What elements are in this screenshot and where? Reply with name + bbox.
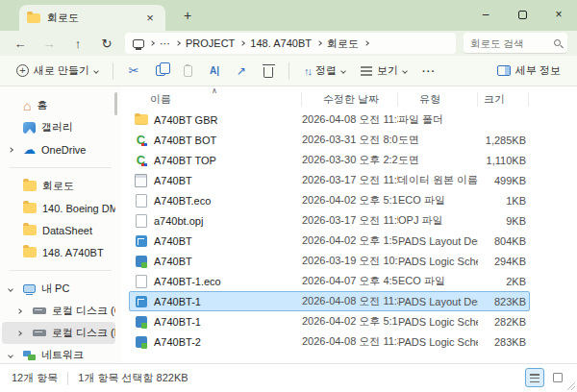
icons-view-icon [553, 373, 563, 382]
file-row[interactable]: A740BT-1.eco 2026-04-07 오후 4:56 ECO 파일 2… [129, 271, 530, 291]
selection-summary: 1개 항목 선택함 822KB [78, 371, 188, 385]
icons-view-toggle[interactable] [548, 368, 567, 387]
sidebar-item-this-pc[interactable]: 내 PC [2, 278, 115, 300]
file-row[interactable]: A740BT-1 2026-04-02 오후 5:10 PADS Logic S… [129, 311, 530, 331]
share-button[interactable]: ↗ [229, 60, 254, 83]
file-size: 804KB [478, 235, 526, 247]
disk-icon [33, 330, 46, 336]
breadcrumb-chevron[interactable] [316, 40, 322, 46]
sidebar-scrollbar[interactable] [114, 92, 117, 115]
file-icon [134, 194, 148, 208]
sidebar-item-pinned-folder[interactable]: 회로도 [2, 175, 115, 197]
file-row[interactable]: A740BT GBR 2026-04-08 오전 11:38 파일 폴더 [129, 110, 530, 130]
file-icon [134, 214, 148, 228]
paste-button[interactable] [175, 60, 200, 83]
file-name: A740BT GBR [154, 114, 217, 126]
more-button[interactable]: ··· [415, 61, 442, 81]
column-header-row: ∧ 이름 수정한 날짜 유형 크기 [129, 88, 577, 110]
breadcrumb-item[interactable]: 회로도 [327, 37, 359, 51]
network-icon [23, 351, 36, 360]
sidebar-item-pinned-folder[interactable]: 148. A740BT [2, 241, 115, 263]
breadcrumb-chevron[interactable] [149, 40, 155, 46]
explorer-tab[interactable]: 회로도 × [19, 5, 165, 31]
sidebar-item-disk-c[interactable]: 로컬 디스크 (C:) [2, 300, 115, 322]
details-view-toggle[interactable] [525, 368, 544, 387]
file-row[interactable]: A740BT-2 2026-04-08 오전 11:38 PADS Logic … [129, 331, 530, 352]
sidebar-item-pinned-folder[interactable]: 140. Boeing DMM I [2, 197, 115, 219]
tab-bar: 회로도 × + – × [0, 0, 577, 31]
breadcrumb-overflow[interactable]: ⋯ [160, 37, 170, 50]
up-button[interactable]: ↑ [67, 37, 88, 51]
refresh-button[interactable]: ↻ [96, 37, 117, 51]
sidebar-item-gallery[interactable]: 갤러리 [2, 116, 115, 138]
breadcrumb-chevron[interactable] [240, 40, 246, 46]
file-size: 499KB [478, 175, 526, 186]
delete-button[interactable] [256, 60, 281, 83]
file-type: 데이터 원본 이름 [398, 173, 478, 187]
navigation-bar: ← → ↑ ↻ ⋯ PROJECT 148. A740BT 회로도 [0, 31, 577, 56]
file-size: 1KB [478, 195, 526, 207]
sidebar-item-disk-d[interactable]: 로컬 디스크 (D:) [2, 322, 115, 344]
details-pane-label: 세부 정보 [515, 63, 561, 78]
column-header-name[interactable]: ∧ 이름 [129, 92, 302, 107]
column-header-date[interactable]: 수정한 날짜 [302, 92, 398, 107]
breadcrumb-item[interactable]: 148. A740BT [250, 37, 312, 49]
column-header-size[interactable]: 크기 [478, 92, 529, 107]
breadcrumb-item[interactable]: PROJECT [186, 37, 235, 49]
column-header-type[interactable]: 유형 [398, 92, 478, 107]
folder-icon [23, 203, 37, 213]
file-date: 2026-04-08 오전 11:38 [302, 334, 398, 349]
file-name: A740BT.eco [154, 195, 211, 207]
this-pc-icon[interactable] [133, 39, 144, 48]
file-row[interactable]: A740BT TOP 2026-03-30 오후 2:29 도면 1,110KB [129, 150, 530, 170]
back-button[interactable]: ← [10, 37, 31, 51]
file-icon [134, 134, 148, 147]
sidebar-item-onedrive[interactable]: ☁ OneDrive [2, 138, 115, 160]
collapse-chevron-icon[interactable] [8, 353, 13, 358]
details-pane-button[interactable]: 세부 정보 [490, 60, 567, 82]
file-size: 294KB [478, 256, 526, 267]
minimize-button[interactable]: – [467, 0, 504, 29]
search-box[interactable] [464, 33, 567, 54]
file-name: A740BT-2 [154, 336, 201, 348]
cut-button[interactable]: ✂ [121, 60, 146, 83]
tab-close-icon[interactable]: × [142, 11, 158, 26]
file-row[interactable]: a740bt.opj 2026-03-17 오전 11:58 OPJ 파일 9K… [129, 210, 530, 231]
file-row[interactable]: A740BT-1 2026-04-08 오전 11:38 PADS Layout… [129, 291, 530, 311]
sort-button[interactable]: ↑↓ 정렬 [297, 60, 352, 82]
collapse-chevron-icon[interactable] [8, 286, 13, 292]
expand-chevron-icon[interactable] [16, 308, 22, 314]
breadcrumb-chevron[interactable] [175, 40, 181, 46]
file-type: PADS Layout Desi.. [398, 296, 478, 307]
forward-button[interactable]: → [38, 37, 60, 51]
breadcrumb-chevron[interactable] [364, 40, 369, 46]
view-button[interactable]: 보기 [354, 60, 414, 82]
file-row[interactable]: A740BT BOT 2026-03-31 오전 8:02 도면 1,285KB [129, 130, 530, 150]
sidebar-item-pinned-folder[interactable]: DataSheet [2, 219, 115, 241]
new-button[interactable]: + 새로 만들기 [10, 60, 105, 82]
file-row[interactable]: A740BT 2026-04-02 오후 1:58 PADS Layout De… [129, 231, 530, 251]
file-size: 2KB [478, 276, 526, 287]
maximize-button[interactable] [504, 0, 540, 29]
details-view-icon [530, 374, 539, 382]
rename-button[interactable]: A| [202, 60, 227, 83]
copy-button[interactable] [148, 60, 173, 83]
file-row[interactable]: A740BT 2026-03-17 오전 11:58 데이터 원본 이름 499… [129, 170, 530, 190]
address-bar[interactable]: ⋯ PROJECT 148. A740BT 회로도 [125, 33, 456, 54]
expand-chevron-icon[interactable] [8, 147, 13, 153]
expand-chevron-icon[interactable] [16, 331, 22, 336]
resize-grip[interactable] [567, 382, 575, 390]
search-input[interactable] [470, 37, 549, 49]
folder-icon [23, 247, 37, 257]
file-date: 2026-04-08 오전 11:38 [302, 112, 398, 127]
chevron-down-icon [93, 68, 99, 74]
new-tab-button[interactable]: + [179, 8, 196, 25]
toolbar-divider [113, 62, 113, 80]
close-button[interactable]: × [540, 0, 577, 29]
sidebar-item-home[interactable]: ⌂ 홈 [2, 94, 115, 116]
file-row[interactable]: A740BT.eco 2026-04-02 오후 5:10 ECO 파일 1KB [129, 190, 530, 210]
file-date: 2026-03-17 오전 11:58 [302, 213, 398, 228]
file-size: 1,285KB [478, 135, 526, 146]
file-size: 282KB [478, 316, 526, 328]
file-row[interactable]: A740BT 2026-03-19 오전 10:25 PADS Logic Sc… [129, 251, 530, 271]
